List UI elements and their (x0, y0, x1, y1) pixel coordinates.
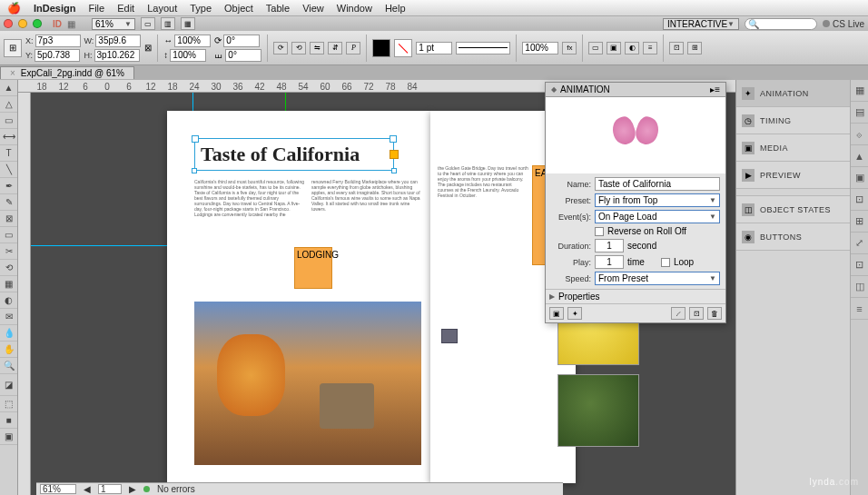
flip-horizontal-button[interactable]: ⇋ (310, 42, 324, 54)
menu-help[interactable]: Help (385, 3, 406, 14)
trash-button[interactable]: 🗑 (707, 307, 722, 320)
apply-color[interactable]: ■ (0, 412, 17, 429)
page-nav-next-icon[interactable]: ▶ (129, 484, 136, 494)
media-placeholder-icon[interactable] (441, 329, 458, 343)
rectangle-frame-tool[interactable]: ⊠ (0, 211, 17, 227)
menu-object[interactable]: Object (224, 3, 253, 14)
animation-name-field[interactable]: Taste of California (595, 177, 720, 191)
flip-vertical-button[interactable]: ⇵ (328, 42, 342, 54)
dock-panel-media[interactable]: ▣MEDIA (736, 134, 850, 162)
rotate-90-ccw-button[interactable]: ⟲ (291, 42, 306, 54)
page-nav-prev-icon[interactable]: ◀ (84, 484, 91, 494)
strip-icon-10[interactable]: ◫ (851, 276, 868, 298)
strip-icon-9[interactable]: ⊡ (851, 254, 868, 276)
document-tab[interactable]: × ExpCali_2pg.indd @ 61% (0, 66, 134, 79)
text-wrap-jump-icon[interactable]: ≡ (643, 42, 657, 54)
search-input[interactable]: 🔍 (745, 18, 817, 30)
window-minimize-button[interactable] (18, 19, 27, 28)
view-mode-icon[interactable]: ▭ (141, 17, 155, 30)
strip-icon-8[interactable]: ⤢ (851, 233, 868, 254)
animation-speed-dropdown[interactable]: From Preset▼ (595, 272, 720, 285)
x-position-field[interactable]: 7p3 (35, 35, 81, 47)
fill-swatch[interactable] (372, 39, 390, 57)
menu-file[interactable]: File (88, 3, 104, 14)
animation-play-field[interactable]: 1 (595, 255, 624, 269)
menu-view[interactable]: View (302, 3, 324, 14)
menu-type[interactable]: Type (190, 3, 212, 14)
text-wrap-bounding-icon[interactable]: ▣ (607, 42, 621, 54)
vertical-ruler[interactable] (18, 93, 31, 495)
line-tool[interactable]: ╲ (0, 162, 17, 178)
avocado-photo[interactable] (557, 374, 639, 447)
gradient-feather-tool[interactable]: ◐ (0, 292, 17, 309)
scale-y-field[interactable]: 100% (170, 49, 206, 62)
direct-selection-tool[interactable]: △ (0, 96, 17, 113)
zoom-level-dropdown[interactable]: 61%▼ (92, 18, 135, 30)
animation-duration-field[interactable]: 1 (595, 239, 624, 252)
dock-panel-object-states[interactable]: ◫OBJECT STATES (736, 196, 850, 223)
opacity-field[interactable]: 100% (522, 42, 558, 54)
animation-preset-dropdown[interactable]: Fly in from Top▼ (595, 193, 720, 207)
cs-live-button[interactable]: CS Live (823, 19, 864, 29)
view-mode-toggle[interactable]: ▣ (0, 429, 17, 445)
preview-spread-button[interactable]: ▣ (549, 307, 564, 320)
window-zoom-button[interactable] (33, 19, 42, 28)
anchor-indicator-icon[interactable] (390, 150, 399, 159)
workspace-switcher[interactable]: INTERACTIVE▼ (663, 18, 739, 30)
strip-icon-6[interactable]: ⊡ (851, 189, 868, 211)
body-text-right[interactable]: the Golden Gate Bridge. Day two travel n… (438, 165, 528, 283)
apple-menu-icon[interactable]: 🍎 (7, 2, 21, 15)
strip-icon-1[interactable]: ▦ (851, 80, 868, 102)
shear-field[interactable]: 0° (225, 49, 261, 62)
dock-panel-preview[interactable]: ▶PREVIEW (736, 162, 850, 189)
menu-table[interactable]: Table (266, 3, 290, 14)
width-field[interactable]: 35p9.6 (95, 35, 141, 47)
note-tool[interactable]: ✉ (0, 309, 17, 325)
text-wrap-shape-icon[interactable]: ◐ (625, 42, 639, 54)
status-zoom-field[interactable]: 61% (40, 484, 76, 494)
gap-tool[interactable]: ⟷ (0, 129, 17, 145)
menu-window[interactable]: Window (337, 3, 372, 14)
strip-icon-2[interactable]: ▤ (851, 102, 868, 124)
para-style-icon[interactable]: P (346, 42, 360, 54)
show-proxy-button[interactable]: ✦ (567, 307, 582, 320)
fit-content-icon[interactable]: ⊡ (669, 42, 684, 54)
constrain-proportions-icon[interactable]: ⊠ (144, 43, 152, 53)
status-page-field[interactable]: 1 (98, 484, 122, 494)
dock-panel-timing[interactable]: ◷TIMING (736, 107, 850, 134)
pen-tool[interactable]: ✒ (0, 178, 17, 194)
fill-stroke-proxy[interactable]: ◪ (0, 374, 17, 396)
rectangle-tool[interactable]: ▭ (0, 227, 17, 243)
rotation-field[interactable]: 0° (223, 35, 260, 47)
arrange-docs-icon[interactable]: ▦ (181, 17, 195, 30)
reverse-on-rolloff-checkbox[interactable] (595, 227, 604, 236)
preflight-status[interactable]: No errors (157, 484, 195, 494)
menu-app[interactable]: InDesign (34, 3, 75, 14)
fit-frame-icon[interactable]: ⊞ (687, 42, 702, 54)
title-text-frame[interactable]: Taste of California (194, 138, 394, 171)
strip-icon-3[interactable]: ⟐ (851, 124, 868, 145)
sidebar-callout-1[interactable]: LODGING (294, 247, 332, 289)
type-tool[interactable]: T (0, 145, 17, 162)
strip-icon-7[interactable]: ⊞ (851, 211, 868, 233)
gradient-tool[interactable]: ▦ (0, 276, 17, 292)
reference-point-proxy[interactable]: ⊞ (4, 39, 22, 57)
close-tab-icon[interactable]: × (10, 68, 15, 78)
eyedropper-tool[interactable]: 💧 (0, 325, 17, 342)
bridge-icon[interactable]: ▦ (67, 19, 75, 29)
stroke-style-dropdown[interactable] (456, 42, 510, 54)
rotate-90-cw-button[interactable]: ⟳ (273, 42, 288, 54)
hero-photo[interactable] (194, 302, 421, 465)
animation-panel-tab[interactable]: ◆ ANIMATION ▸≡ (546, 83, 725, 97)
text-wrap-none-icon[interactable]: ▭ (588, 42, 603, 54)
collapse-arrow-icon[interactable]: ◆ (551, 85, 557, 94)
pencil-tool[interactable]: ✎ (0, 194, 17, 211)
show-timing-button[interactable]: ⊡ (689, 307, 704, 320)
stroke-swatch[interactable] (394, 39, 412, 57)
zoom-tool[interactable]: 🔍 (0, 358, 17, 374)
menu-edit[interactable]: Edit (117, 3, 134, 14)
panel-menu-icon[interactable]: ▸≡ (710, 84, 720, 94)
scissors-tool[interactable]: ✂ (0, 243, 17, 260)
height-field[interactable]: 3p10.262 (94, 49, 140, 62)
strip-icon-4[interactable]: ▲ (851, 145, 868, 167)
